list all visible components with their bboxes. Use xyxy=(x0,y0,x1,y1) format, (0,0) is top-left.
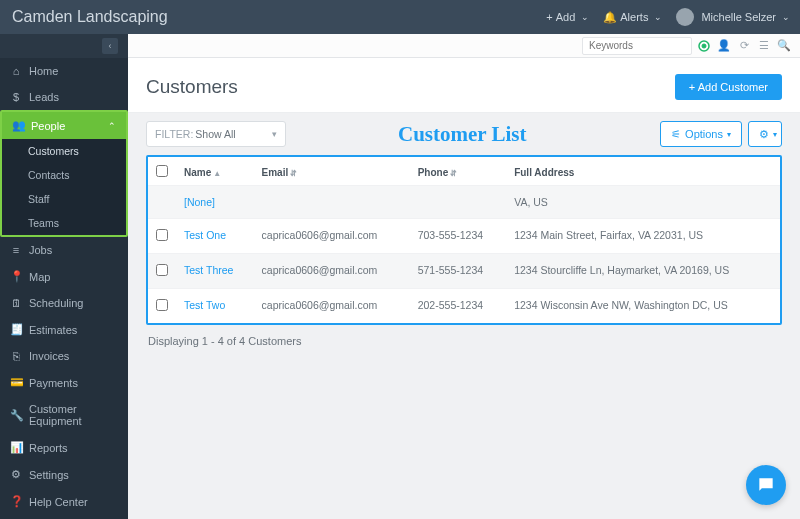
sliders-icon: ⚟ xyxy=(671,128,681,141)
gear-icon: ⚙ xyxy=(10,468,22,481)
page-title: Customers xyxy=(146,76,238,98)
sidebar-item-leads[interactable]: $ Leads xyxy=(0,84,128,110)
sidebar-collapse-row: ‹ xyxy=(0,34,128,58)
callout-text: Customer List xyxy=(398,122,527,147)
filter-value: Show All xyxy=(195,128,235,140)
people-highlight: 👥 People ⌃ Customers Contacts Staff Team… xyxy=(0,110,128,237)
sidebar-item-estimates[interactable]: 🧾 Estimates xyxy=(0,316,128,343)
customer-name-link[interactable]: [None] xyxy=(184,196,215,208)
table-row: Test One caprica0606@gmail.com 703-555-1… xyxy=(148,219,780,254)
sidebar-collapse-button[interactable]: ‹ xyxy=(102,38,118,54)
person-icon[interactable]: 👤 xyxy=(716,38,732,54)
row-checkbox[interactable] xyxy=(156,264,168,276)
customer-name-link[interactable]: Test Three xyxy=(184,264,233,276)
sidebar-subitem-customers[interactable]: Customers xyxy=(2,139,126,163)
row-checkbox[interactable] xyxy=(156,299,168,311)
keywords-input[interactable] xyxy=(582,37,692,55)
sidebar: ‹ ⌂ Home $ Leads 👥 People ⌃ Customers Co… xyxy=(0,34,128,519)
cell-phone: 571-555-1234 xyxy=(410,254,506,289)
sidebar-item-home[interactable]: ⌂ Home xyxy=(0,58,128,84)
sidebar-item-label: Customer Equipment xyxy=(29,403,118,427)
col-address[interactable]: Full Address xyxy=(506,157,780,186)
sidebar-subitem-label: Contacts xyxy=(28,169,69,181)
sidebar-item-label: Leads xyxy=(29,91,59,103)
sort-icon: ⇵ xyxy=(290,169,297,178)
sidebar-item-label: Payments xyxy=(29,377,78,389)
wrench-icon: 🔧 xyxy=(10,409,22,422)
customer-table: Name▲ Email⇵ Phone⇵ Full Address [None] … xyxy=(146,155,782,325)
table-row: Test Three caprica0606@gmail.com 571-555… xyxy=(148,254,780,289)
estimate-icon: 🧾 xyxy=(10,323,22,336)
sidebar-item-label: Estimates xyxy=(29,324,77,336)
sort-icon: ⇵ xyxy=(450,169,457,178)
sidebar-item-map[interactable]: 📍 Map xyxy=(0,263,128,290)
sidebar-item-label: Reports xyxy=(29,442,68,454)
people-icon: 👥 xyxy=(12,119,24,132)
search-toolbar: 👤 ⟳ ☰ 🔍 xyxy=(128,34,800,58)
sidebar-item-settings[interactable]: ⚙ Settings xyxy=(0,461,128,488)
sidebar-subitem-contacts[interactable]: Contacts xyxy=(2,163,126,187)
sidebar-item-jobs[interactable]: ≡ Jobs xyxy=(0,237,128,263)
sidebar-item-scheduling[interactable]: 🗓 Scheduling xyxy=(0,290,128,316)
list-view-icon[interactable]: ☰ xyxy=(756,38,772,54)
chevron-down-icon: ⌄ xyxy=(581,12,589,22)
pin-icon: 📍 xyxy=(10,270,22,283)
help-icon: ❓ xyxy=(10,495,22,508)
user-name-label: Michelle Selzer xyxy=(701,11,776,23)
cell-email xyxy=(254,186,410,219)
top-bar: Camden Landscaping + Add ⌄ 🔔 Alerts ⌄ Mi… xyxy=(0,0,800,34)
alerts-menu-label: Alerts xyxy=(620,11,648,23)
gear-icon: ⚙ xyxy=(759,128,769,141)
search-icon[interactable]: 🔍 xyxy=(776,38,792,54)
chevron-down-icon: ⌄ xyxy=(782,12,790,22)
sidebar-item-reports[interactable]: 📊 Reports xyxy=(0,434,128,461)
sidebar-item-customer-equipment[interactable]: 🔧 Customer Equipment xyxy=(0,396,128,434)
cell-email: caprica0606@gmail.com xyxy=(254,219,410,254)
sidebar-subitem-teams[interactable]: Teams xyxy=(2,211,126,235)
home-icon: ⌂ xyxy=(10,65,22,77)
sidebar-item-help-center[interactable]: ❓ Help Center xyxy=(0,488,128,515)
settings-button[interactable]: ⚙ ▾ xyxy=(748,121,782,147)
sidebar-item-payments[interactable]: 💳 Payments xyxy=(0,369,128,396)
options-label: Options xyxy=(685,128,723,140)
table-row: Test Two caprica0606@gmail.com 202-555-1… xyxy=(148,289,780,324)
cell-email: caprica0606@gmail.com xyxy=(254,289,410,324)
cell-address: VA, US xyxy=(506,186,780,219)
main-area: 👤 ⟳ ☰ 🔍 Customers + Add Customer FILTER:… xyxy=(128,34,800,519)
chevron-left-icon: ‹ xyxy=(109,41,112,51)
add-customer-button[interactable]: + Add Customer xyxy=(675,74,782,100)
add-menu[interactable]: + Add ⌄ xyxy=(546,11,589,23)
row-checkbox[interactable] xyxy=(156,229,168,241)
col-phone[interactable]: Phone⇵ xyxy=(410,157,506,186)
calendar-icon: 🗓 xyxy=(10,297,22,309)
options-button[interactable]: ⚟ Options ▾ xyxy=(660,121,742,147)
target-icon[interactable] xyxy=(696,38,712,54)
table-footer: Displaying 1 - 4 of 4 Customers xyxy=(146,325,782,357)
avatar xyxy=(676,8,694,26)
customer-name-link[interactable]: Test One xyxy=(184,229,226,241)
svg-point-1 xyxy=(702,44,706,48)
sidebar-item-label: Help Center xyxy=(29,496,88,508)
sidebar-item-label: People xyxy=(31,120,65,132)
sidebar-item-label: Settings xyxy=(29,469,69,481)
sidebar-subitem-staff[interactable]: Staff xyxy=(2,187,126,211)
user-menu[interactable]: Michelle Selzer ⌄ xyxy=(676,8,790,26)
cell-phone xyxy=(410,186,506,219)
table-row: [None] VA, US xyxy=(148,186,780,219)
chat-fab[interactable] xyxy=(746,465,786,505)
filter-dropdown[interactable]: FILTER: Show All xyxy=(146,121,286,147)
list-icon: ≡ xyxy=(10,244,22,256)
select-all-checkbox[interactable] xyxy=(156,165,168,177)
customer-name-link[interactable]: Test Two xyxy=(184,299,225,311)
col-name[interactable]: Name▲ xyxy=(176,157,254,186)
refresh-icon[interactable]: ⟳ xyxy=(736,38,752,54)
cell-address: 1234 Wisconsin Ave NW, Washington DC, US xyxy=(506,289,780,324)
sidebar-item-people[interactable]: 👥 People ⌃ xyxy=(2,112,126,139)
cell-address: 1234 Main Street, Fairfax, VA 22031, US xyxy=(506,219,780,254)
sidebar-item-invoices[interactable]: ⎘ Invoices xyxy=(0,343,128,369)
alerts-menu[interactable]: 🔔 Alerts ⌄ xyxy=(603,11,662,24)
bell-icon: 🔔 xyxy=(603,11,617,24)
filter-prefix: FILTER: xyxy=(155,128,193,140)
col-email[interactable]: Email⇵ xyxy=(254,157,410,186)
sidebar-item-label: Invoices xyxy=(29,350,69,362)
